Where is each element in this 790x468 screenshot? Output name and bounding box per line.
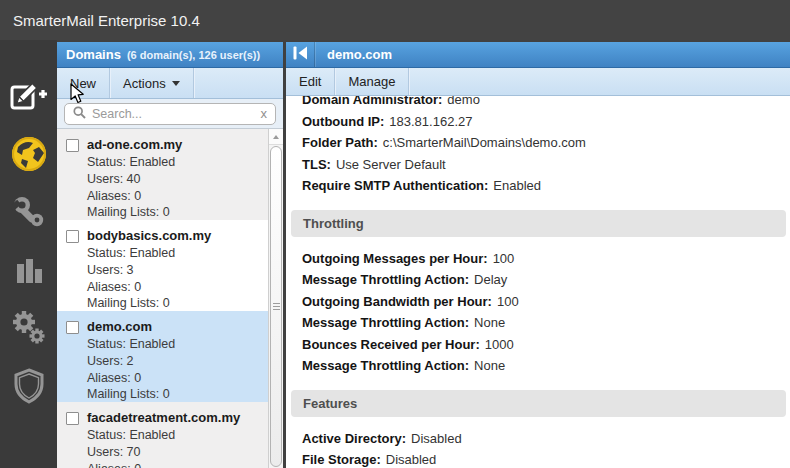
- scroll-up-icon: [273, 135, 279, 139]
- domain-list-scrollbar[interactable]: [268, 129, 283, 468]
- domain-aliases: Aliases: 0: [87, 188, 182, 205]
- app-title-bar: SmarterMail Enterprise 10.4: [0, 0, 790, 40]
- search-box: x: [64, 103, 276, 125]
- detail-toolbar: Edit Manage: [286, 68, 790, 96]
- domains-panel: Domains (6 domain(s), 126 user(s)) New A…: [57, 42, 283, 468]
- edit-button[interactable]: Edit: [286, 68, 335, 95]
- bar-chart-icon: [12, 253, 46, 291]
- gears-icon: [10, 309, 48, 351]
- detail-panel-header: demo.com: [286, 42, 790, 68]
- detail-row: Outbound IP:183.81.162.27: [302, 111, 786, 133]
- shield-icon: [11, 367, 47, 409]
- wrench-icon: [11, 194, 47, 234]
- domain-list-item-selected[interactable]: demo.com Status: Enabled Users: 2 Aliase…: [57, 311, 268, 402]
- domain-checkbox[interactable]: [66, 412, 79, 425]
- search-input[interactable]: [92, 107, 255, 121]
- detail-panel: demo.com Edit Manage Domain Administrato…: [283, 42, 790, 468]
- detail-row: Message Throttling Action:None: [302, 312, 786, 334]
- detail-row: Folder Path:c:\SmarterMail\Domains\demo.…: [302, 132, 786, 154]
- detail-row: Active Directory:Disabled: [302, 428, 786, 450]
- collapse-panel-button[interactable]: [286, 42, 315, 67]
- domain-checkbox[interactable]: [66, 321, 79, 334]
- domain-name: demo.com: [87, 318, 175, 336]
- domain-name: facadetreatment.com.my: [87, 409, 240, 427]
- detail-row: Bounces Received per Hour:1000: [302, 334, 786, 356]
- caret-down-icon: [172, 81, 180, 86]
- sidebar-item-compose[interactable]: [8, 77, 50, 119]
- domains-panel-title: Domains: [66, 47, 121, 62]
- scrollbar-grip-icon: [273, 303, 280, 310]
- domain-aliases: Aliases: 0: [87, 461, 240, 468]
- app-title: SmarterMail Enterprise 10.4: [13, 12, 200, 29]
- collapse-left-icon: [292, 45, 308, 64]
- sidebar-item-domains[interactable]: [8, 135, 50, 177]
- detail-row: Message Throttling Action:Delay: [302, 269, 786, 291]
- domain-name: ad-one.com.my: [87, 136, 182, 154]
- domains-panel-header: Domains (6 domain(s), 126 user(s)): [57, 42, 283, 68]
- scrollbar-up-button[interactable]: [269, 129, 283, 145]
- new-button[interactable]: New: [57, 68, 110, 98]
- detail-row: Message Throttling Action:None: [302, 355, 786, 377]
- domain-list-item[interactable]: ad-one.com.my Status: Enabled Users: 40 …: [57, 129, 268, 220]
- globe-icon: [9, 134, 49, 178]
- sidebar-item-settings[interactable]: [8, 309, 50, 351]
- search-clear-icon[interactable]: x: [261, 107, 268, 120]
- domain-list-item[interactable]: bodybasics.com.my Status: Enabled Users:…: [57, 220, 268, 311]
- sidebar-item-reports[interactable]: [8, 251, 50, 293]
- search-icon: [73, 105, 86, 123]
- domain-checkbox[interactable]: [66, 139, 79, 152]
- domains-toolbar: New Actions: [57, 68, 283, 99]
- domain-users: Users: 3: [87, 262, 211, 279]
- detail-row: TLS:Use Server Default: [302, 154, 786, 176]
- actions-button[interactable]: Actions: [110, 68, 194, 98]
- detail-panel-title: demo.com: [315, 47, 392, 62]
- detail-row: Domain Administrator:demo: [302, 96, 786, 111]
- section-header-features: Features: [291, 390, 786, 417]
- detail-row: Outgoing Messages per Hour:100: [302, 248, 786, 270]
- domain-detail-content: Domain Administrator:demo Outbound IP:18…: [286, 96, 790, 468]
- domain-mailing-lists: Mailing Lists: 0: [87, 295, 211, 311]
- detail-row: Outgoing Bandwidth per Hour:100: [302, 291, 786, 313]
- domain-users: Users: 40: [87, 171, 182, 188]
- scrollbar-thumb[interactable]: [270, 146, 282, 467]
- domain-users: Users: 70: [87, 444, 240, 461]
- sidebar-item-security[interactable]: [8, 367, 50, 409]
- icon-sidebar: [0, 40, 57, 468]
- domain-name: bodybasics.com.my: [87, 227, 211, 245]
- search-row: x: [57, 99, 283, 129]
- domain-status: Status: Enabled: [87, 154, 182, 171]
- domain-users: Users: 2: [87, 353, 175, 370]
- section-header-throttling: Throttling: [291, 210, 786, 237]
- detail-row: File Storage:Disabled: [302, 449, 786, 468]
- detail-row: Require SMTP Authentication:Enabled: [302, 175, 786, 197]
- domain-status: Status: Enabled: [87, 245, 211, 262]
- domain-mailing-lists: Mailing Lists: 0: [87, 204, 182, 220]
- domain-list: ad-one.com.my Status: Enabled Users: 40 …: [57, 129, 283, 468]
- manage-button[interactable]: Manage: [335, 68, 409, 95]
- sidebar-item-tools[interactable]: [8, 193, 50, 235]
- domains-count: (6 domain(s), 126 user(s)): [127, 49, 260, 61]
- domain-list-item[interactable]: facadetreatment.com.my Status: Enabled U…: [57, 402, 268, 468]
- domain-mailing-lists: Mailing Lists: 0: [87, 386, 175, 402]
- compose-new-icon: [10, 81, 48, 115]
- domain-status: Status: Enabled: [87, 427, 240, 444]
- domain-aliases: Aliases: 0: [87, 370, 175, 387]
- domain-checkbox[interactable]: [66, 230, 79, 243]
- domain-aliases: Aliases: 0: [87, 279, 211, 296]
- domain-status: Status: Enabled: [87, 336, 175, 353]
